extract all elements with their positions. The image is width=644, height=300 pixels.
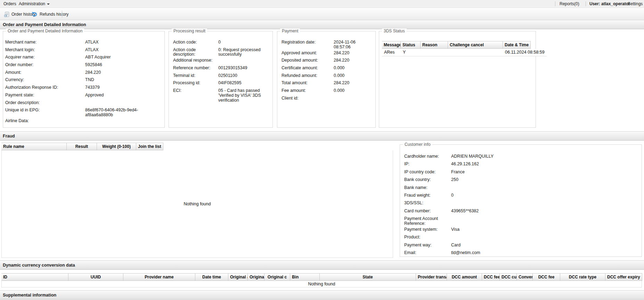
column-header[interactable]: Rule name [1, 143, 67, 150]
column-header[interactable]: Reason [421, 41, 448, 49]
column-header[interactable]: DCC fee [533, 273, 560, 281]
svg-text:LE: LE [5, 15, 7, 17]
field-label: Action code description: [173, 48, 218, 57]
column-header[interactable]: DCC rate type [560, 273, 605, 281]
menu-bar: Orders Administration Reports(0) User: a… [0, 0, 644, 8]
field-value: 04IF082595 [218, 81, 269, 86]
table-cell [448, 49, 503, 56]
field-row: Card number: 439655**6382 [404, 208, 638, 215]
field-label: Currency: [5, 78, 85, 82]
field-value: 743379 [85, 85, 162, 90]
field-label: Action code: [173, 40, 218, 45]
table-cell: Y [401, 49, 421, 56]
field-label: Processing id: [173, 81, 218, 86]
field-row: ECI: 05 - Card has passed 'Verified by V… [173, 87, 269, 103]
settings-menu-item[interactable]: Settings [626, 0, 644, 8]
order-details-page: Orders Administration Reports(0) User: a… [0, 0, 644, 300]
field-label: Client id: [282, 96, 334, 101]
field-row: Action code description: 0: Request proc… [173, 47, 269, 57]
column-header[interactable]: Weight (0-100) [97, 143, 136, 150]
field-label: Approved amount: [282, 51, 334, 56]
field-value: 0 [218, 40, 269, 45]
reports-menu-item[interactable]: Reports(0) [558, 0, 581, 8]
column-header[interactable]: DCC fee amount [482, 273, 500, 281]
field-value: 46.29.126.162 [451, 162, 638, 167]
user-label[interactable]: User: atlax_operator [588, 0, 631, 8]
column-header[interactable]: State [320, 273, 416, 281]
field-label: Total amount: [282, 81, 334, 86]
field-value: 5925846 [85, 63, 162, 68]
payment-rows: Registration date: 2024-11-06 08:57:06 A… [277, 36, 375, 126]
field-row: Bank name: [404, 184, 638, 192]
column-header[interactable]: Conversi [517, 273, 533, 281]
field-value: 2024-11-06 08:57:06 [334, 40, 372, 50]
column-header[interactable]: Provider name [123, 273, 195, 281]
field-value: ATLAX [85, 40, 162, 45]
column-header[interactable]: ID [1, 273, 68, 281]
column-header[interactable]: Date time [195, 273, 228, 281]
field-value: 439655**6382 [451, 209, 638, 214]
field-label: Bank country: [404, 177, 451, 182]
field-label: Email: [404, 251, 451, 255]
field-value: 284.220 [334, 51, 372, 56]
menu-item-orders[interactable]: Orders [2, 0, 18, 8]
field-label: Amount: [5, 70, 85, 75]
processing-result-rows: Action code: 0 Action code description: … [169, 36, 272, 126]
table-row[interactable]: AResY06.11.2024 08:58:59 [382, 49, 547, 56]
field-row: Terminal id: 02501100 [173, 72, 269, 80]
column-header[interactable]: UUID [68, 273, 123, 281]
field-label: Acquirer name: [5, 55, 85, 60]
column-header[interactable]: Date & Time [503, 41, 531, 49]
column-header[interactable]: Join the list [136, 143, 163, 150]
field-label: Additional response: [173, 58, 218, 63]
field-row: Order description: [5, 100, 162, 107]
field-value: tld@netim.com [451, 251, 638, 255]
empty-state-text: Nothing found [308, 282, 335, 286]
customer-info-rows: Cardholder name: ADRIEN MARQUILLY IP: 46… [400, 150, 642, 255]
field-row: Registration date: 2024-11-06 08:57:06 [282, 39, 372, 50]
column-header[interactable]: Challenge cancel [448, 41, 503, 49]
column-header[interactable]: Result [67, 143, 97, 150]
column-header[interactable]: Status [401, 41, 421, 49]
field-value: 284.220 [334, 81, 372, 86]
field-label: Order number: [5, 63, 85, 68]
column-header[interactable]: DCC amount [447, 273, 482, 281]
field-row: Payment way: Card [404, 242, 638, 250]
column-header[interactable]: Message type [382, 41, 401, 49]
menu-item-administration-label: Administration [19, 1, 45, 6]
column-header[interactable]: Original f [248, 273, 264, 281]
payment-panel-legend: Payment [280, 29, 300, 33]
field-label: Card number: [404, 209, 451, 214]
field-row: Payment Account Reference: [404, 215, 638, 226]
column-header[interactable]: Bin [290, 273, 320, 281]
field-value: 0 [451, 193, 638, 198]
field-row: Payment system: Visa [404, 226, 638, 234]
field-value: 250 [451, 177, 638, 182]
field-label: Registration date: [282, 40, 334, 45]
column-header[interactable]: Original c [264, 273, 290, 281]
menu-item-administration[interactable]: Administration [17, 0, 51, 8]
supplemental-section-title: Supplemental information [3, 293, 56, 298]
table-cell [421, 49, 448, 56]
threeds-status-panel-legend: 3DS Status [382, 29, 407, 33]
field-row: Deposited amount: 284.220 [282, 57, 372, 65]
column-header[interactable]: Provider transaction id [416, 273, 447, 281]
field-row: 3DS/SSL: [404, 200, 638, 207]
column-header[interactable]: DCC offer expiry [605, 273, 642, 281]
field-row: Acquirer name: ABT Acquirer [5, 54, 162, 62]
field-label: Bank name: [404, 185, 451, 190]
menu-separator [555, 1, 555, 6]
field-label: Terminal id: [173, 73, 218, 78]
field-label: Authorization Response ID: [5, 85, 85, 90]
field-value: 0: Request processed successfully [218, 48, 269, 57]
refunds-history-button[interactable]: Refunds history [30, 10, 70, 19]
field-row: Email: tld@netim.com [404, 250, 638, 255]
column-header[interactable]: Original amount [228, 273, 248, 281]
field-label: IP: [404, 162, 451, 167]
field-value: 05 - Card has passed 'Verified by VISA' … [218, 88, 269, 103]
field-row: Additional response: [173, 57, 269, 65]
menu-item-orders-label: Orders [3, 1, 16, 6]
field-value: Card [451, 243, 638, 248]
column-header[interactable]: DCC curr [500, 273, 517, 281]
order-details-rows: Merchant name: ATLAX Merchant login: ATL… [3, 36, 164, 126]
